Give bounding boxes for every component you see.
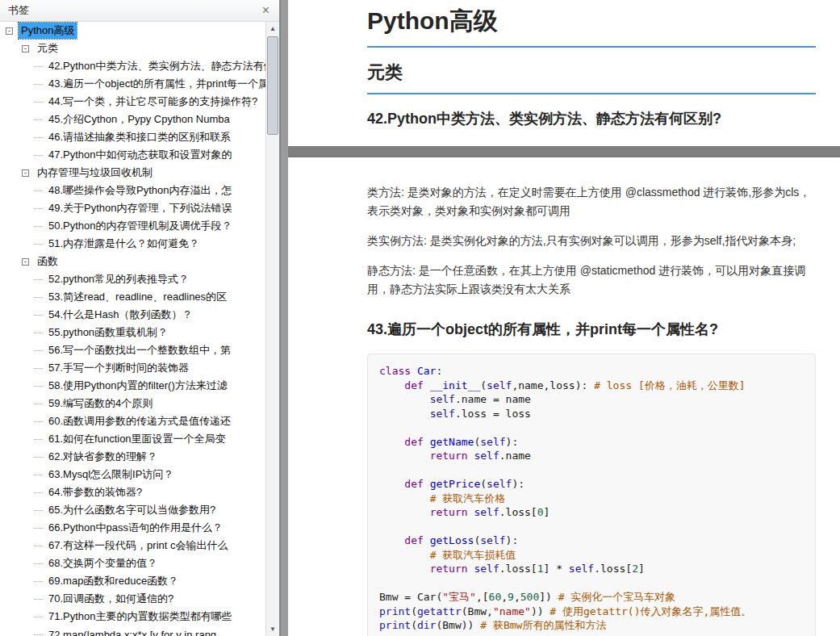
bookmark-label[interactable]: 46.请描述抽象类和接口类的区别和联系	[46, 129, 233, 145]
code-token: (Bmw))	[436, 619, 480, 631]
bookmark-label[interactable]: 47.Python中如何动态获取和设置对象的	[46, 147, 235, 163]
bookmark-label[interactable]: 51.内存泄露是什么？如何避免？	[46, 236, 202, 252]
bookmark-item[interactable]: 58.使用Python内置的filter()方法来过滤	[0, 377, 265, 395]
scroll-up-icon[interactable]: ▲	[266, 22, 279, 36]
bookmark-item[interactable]: 48.哪些操作会导致Python内存溢出，怎	[0, 182, 265, 199]
bookmark-item[interactable]: 44.写一个类，并让它尽可能多的支持操作符?	[0, 93, 265, 111]
bookmark-item[interactable]: 62.对缺省参数的理解？	[0, 448, 265, 466]
code-token: .loss[	[594, 563, 632, 575]
bookmark-label[interactable]: Python高级	[19, 23, 77, 39]
bookmark-item[interactable]: 71.Python主要的内置数据类型都有哪些	[0, 608, 265, 626]
bookmark-group[interactable]: -内存管理与垃圾回收机制	[0, 164, 265, 182]
bookmark-group[interactable]: -函数	[0, 253, 265, 270]
tree-connector	[34, 563, 43, 564]
bookmark-item[interactable]: 53.简述read、readline、readlines的区	[0, 288, 265, 306]
bookmark-item[interactable]: 69.map函数和reduce函数？	[0, 572, 265, 590]
bookmark-label[interactable]: 59.编写函数的4个原则	[46, 395, 155, 412]
bookmark-label[interactable]: 64.带参数的装饰器?	[46, 484, 144, 500]
bookmark-item[interactable]: 52.python常见的列表推导式？	[0, 270, 265, 288]
bookmark-label[interactable]: 44.写一个类，并让它尽可能多的支持操作符?	[46, 94, 260, 110]
bookmark-label[interactable]: 63.Mysql怎么限制IP访问？	[46, 467, 176, 483]
code-token: (	[480, 478, 487, 490]
bookmark-item[interactable]: 60.函数调用参数的传递方式是值传递还	[0, 412, 265, 430]
bookmark-item[interactable]: 70.回调函数，如何通信的?	[0, 590, 265, 608]
bookmark-label[interactable]: 42.Python中类方法、类实例方法、静态方法有何区别?	[46, 58, 265, 74]
bookmark-item[interactable]: 57.手写一个判断时间的装饰器	[0, 359, 265, 377]
code-token: return	[430, 563, 468, 575]
bookmark-item[interactable]: 59.编写函数的4个原则	[0, 395, 265, 412]
bookmark-label[interactable]: 70.回调函数，如何通信的?	[46, 591, 176, 607]
code-token: def	[404, 436, 423, 448]
bookmark-label[interactable]: 48.哪些操作会导致Python内存溢出，怎	[46, 182, 235, 199]
collapse-toggle-icon[interactable]: -	[22, 258, 29, 266]
bookmark-item[interactable]: 42.Python中类方法、类实例方法、静态方法有何区别?	[0, 57, 265, 75]
code-token: return	[430, 506, 468, 518]
code-token: self	[430, 408, 455, 420]
bookmark-label[interactable]: 52.python常见的列表推导式？	[46, 271, 191, 287]
bookmark-label[interactable]: 50.Python的内存管理机制及调优手段？	[46, 218, 235, 234]
bookmark-label[interactable]: 65.为什么函数名字可以当做参数用?	[46, 502, 218, 518]
code-token	[379, 563, 430, 575]
bookmark-item[interactable]: 50.Python的内存管理机制及调优手段？	[0, 217, 265, 235]
bookmark-item[interactable]: 56.写一个函数找出一个整数数组中，第	[0, 341, 265, 359]
code-token: 1	[537, 563, 544, 575]
code-token: print	[379, 605, 411, 617]
bookmark-label[interactable]: 55.python函数重载机制？	[46, 324, 170, 341]
code-token: .name	[499, 450, 531, 462]
tree-connector	[34, 386, 43, 387]
bookmark-item[interactable]: 55.python函数重载机制？	[0, 324, 265, 341]
scroll-down-icon[interactable]: ▼	[266, 622, 279, 636]
bookmark-label[interactable]: 43.遍历一个object的所有属性，并print每一个属性名?	[46, 76, 265, 92]
code-token: .loss = loss	[455, 408, 531, 420]
scrollbar-thumb[interactable]	[267, 36, 278, 135]
bookmark-item[interactable]: 66.Python中pass语句的作用是什么？	[0, 519, 265, 537]
bookmarks-scrollbar[interactable]: ▲ ▼	[265, 22, 279, 636]
collapse-toggle-icon[interactable]: -	[6, 27, 13, 35]
bookmark-label[interactable]: 内存管理与垃圾回收机制	[35, 165, 155, 181]
bookmark-item[interactable]: 61.如何在function里面设置一个全局变	[0, 430, 265, 448]
bookmark-item[interactable]: 63.Mysql怎么限制IP访问？	[0, 466, 265, 483]
bookmark-label[interactable]: 56.写一个函数找出一个整数数组中，第	[46, 342, 233, 358]
close-icon[interactable]: ×	[262, 4, 271, 17]
answer-42-text: 类方法: 是类对象的方法，在定义时需要在上方使用 @classmethod 进行…	[367, 183, 816, 299]
collapse-toggle-icon[interactable]: -	[22, 45, 29, 52]
bookmark-label[interactable]: 58.使用Python内置的filter()方法来过滤	[46, 378, 230, 394]
bookmark-item[interactable]: 72.map(lambda x:x*x,[y for y in rang	[0, 626, 265, 636]
bookmark-label[interactable]: 53.简述read、readline、readlines的区	[46, 289, 229, 305]
bookmark-item[interactable]: 45.介绍Cython，Pypy Cpython Numba	[0, 111, 265, 128]
bookmark-label[interactable]: 68.交换两个变量的值？	[46, 555, 160, 571]
bookmark-item[interactable]: 43.遍历一个object的所有属性，并print每一个属性名?	[0, 75, 265, 93]
bookmark-label[interactable]: 61.如何在function里面设置一个全局变	[46, 431, 228, 447]
code-token: self	[569, 563, 594, 575]
code-token: ):	[506, 534, 519, 546]
code-token: (Bmw,	[462, 605, 493, 617]
bookmark-label[interactable]: 54.什么是Hash（散列函数）？	[46, 307, 194, 323]
panel-splitter[interactable]	[281, 0, 288, 636]
bookmark-label[interactable]: 元类	[35, 40, 61, 56]
bookmark-label[interactable]: 62.对缺省参数的理解？	[46, 449, 160, 465]
bookmark-label[interactable]: 67.有这样一段代码，print c会输出什么	[46, 538, 230, 554]
bookmark-label[interactable]: 69.map函数和reduce函数？	[46, 573, 181, 589]
bookmark-item[interactable]: 64.带参数的装饰器?	[0, 483, 265, 501]
bookmark-label[interactable]: 66.Python中pass语句的作用是什么？	[46, 520, 225, 536]
bookmark-label[interactable]: 函数	[35, 253, 61, 270]
bookmark-root[interactable]: -Python高级	[0, 22, 265, 40]
bookmark-label[interactable]: 45.介绍Cython，Pypy Cpython Numba	[46, 111, 232, 128]
bookmark-label[interactable]: 71.Python主要的内置数据类型都有哪些	[46, 609, 235, 625]
bookmark-item[interactable]: 49.关于Python内存管理，下列说法错误	[0, 199, 265, 217]
bookmark-item[interactable]: 47.Python中如何动态获取和设置对象的	[0, 146, 265, 164]
bookmark-label[interactable]: 72.map(lambda x:x*x,[y for y in rang	[46, 628, 219, 636]
bookmark-item[interactable]: 65.为什么函数名字可以当做参数用?	[0, 501, 265, 519]
collapse-toggle-icon[interactable]: -	[22, 169, 29, 177]
bookmark-label[interactable]: 49.关于Python内存管理，下列说法错误	[46, 200, 235, 216]
code-token: self	[487, 478, 512, 490]
bookmark-label[interactable]: 60.函数调用参数的传递方式是值传递还	[46, 413, 233, 429]
bookmark-item[interactable]: 51.内存泄露是什么？如何避免？	[0, 235, 265, 253]
bookmark-item[interactable]: 68.交换两个变量的值？	[0, 554, 265, 572]
bookmark-label[interactable]: 57.手写一个判断时间的装饰器	[46, 360, 191, 376]
code-token: ])	[539, 591, 558, 603]
bookmark-group[interactable]: -元类	[0, 40, 265, 57]
bookmark-item[interactable]: 46.请描述抽象类和接口类的区别和联系	[0, 128, 265, 146]
bookmark-item[interactable]: 54.什么是Hash（散列函数）？	[0, 306, 265, 324]
bookmark-item[interactable]: 67.有这样一段代码，print c会输出什么	[0, 537, 265, 554]
